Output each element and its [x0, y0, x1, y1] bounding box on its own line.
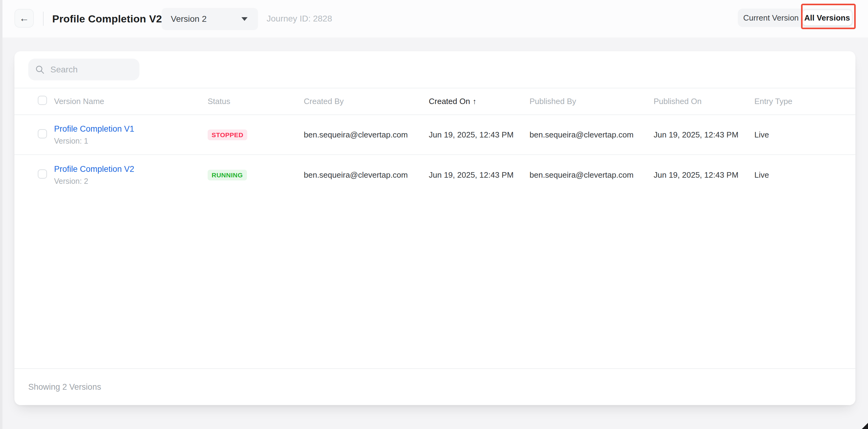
select-all-checkbox[interactable] [38, 96, 47, 105]
window-left-edge [0, 0, 2, 429]
column-header-status[interactable]: Status [208, 97, 304, 106]
column-header-entry-type[interactable]: Entry Type [754, 97, 843, 106]
status-badge: STOPPED [208, 130, 247, 140]
search-icon [35, 65, 45, 74]
back-arrow-icon: ← [19, 12, 29, 24]
row-checkbox[interactable] [38, 169, 47, 178]
header-divider [43, 12, 43, 26]
search-section [14, 51, 856, 88]
version-link[interactable]: Profile Completion V1 [54, 124, 208, 134]
versions-panel: Version Name Status Created By Created O… [14, 51, 856, 405]
table-footer: Showing 2 Versions [14, 368, 856, 405]
version-dropdown-value: Version 2 [171, 14, 207, 24]
table-row: Profile Completion V2 Version: 2 RUNNING… [14, 155, 856, 195]
chevron-down-icon [241, 17, 248, 21]
tab-all-versions[interactable]: All Versions [803, 10, 852, 26]
entry-type-cell: Live [754, 170, 843, 180]
page-header: ← Profile Completion V2 Version 2 Journe… [0, 0, 868, 37]
tab-current-version[interactable]: Current Version [739, 10, 803, 26]
column-header-created-by[interactable]: Created By [304, 97, 429, 106]
created-on-cell: Jun 19, 2025, 12:43 PM [429, 130, 529, 140]
published-on-cell: Jun 19, 2025, 12:43 PM [654, 130, 754, 140]
row-checkbox[interactable] [38, 129, 47, 138]
back-button[interactable]: ← [14, 9, 34, 28]
created-on-cell: Jun 19, 2025, 12:43 PM [429, 170, 529, 180]
column-header-version-name[interactable]: Version Name [54, 97, 208, 106]
window-resize-corner [862, 423, 868, 429]
published-on-cell: Jun 19, 2025, 12:43 PM [654, 170, 754, 180]
entry-type-cell: Live [754, 130, 843, 140]
results-summary: Showing 2 Versions [28, 382, 101, 392]
page-title: Profile Completion V2 [52, 0, 162, 37]
table-empty-area [14, 195, 856, 368]
search-box[interactable] [28, 59, 140, 80]
column-header-published-on[interactable]: Published On [654, 97, 754, 106]
version-link[interactable]: Profile Completion V2 [54, 164, 208, 174]
published-by-cell: ben.sequeira@clevertap.com [529, 170, 654, 180]
journey-id-label: Journey ID: 2828 [267, 0, 332, 37]
version-view-toggle: Current Version All Versions [738, 9, 853, 27]
table-row: Profile Completion V1 Version: 1 STOPPED… [14, 115, 856, 155]
version-number-label: Version: 2 [54, 177, 208, 186]
version-dropdown[interactable]: Version 2 [161, 8, 258, 30]
column-header-created-on[interactable]: Created On↑ [429, 97, 529, 106]
created-by-cell: ben.sequeira@clevertap.com [304, 130, 429, 140]
version-number-label: Version: 1 [54, 137, 208, 145]
search-input[interactable] [50, 65, 133, 74]
version-name-cell: Profile Completion V2 Version: 2 [54, 164, 208, 186]
table-header-row: Version Name Status Created By Created O… [14, 88, 856, 115]
published-by-cell: ben.sequeira@clevertap.com [529, 130, 654, 140]
created-by-cell: ben.sequeira@clevertap.com [304, 170, 429, 180]
status-badge: RUNNING [208, 170, 247, 180]
column-header-published-by[interactable]: Published By [529, 97, 654, 106]
sort-ascending-icon: ↑ [472, 97, 476, 105]
version-name-cell: Profile Completion V1 Version: 1 [54, 124, 208, 145]
